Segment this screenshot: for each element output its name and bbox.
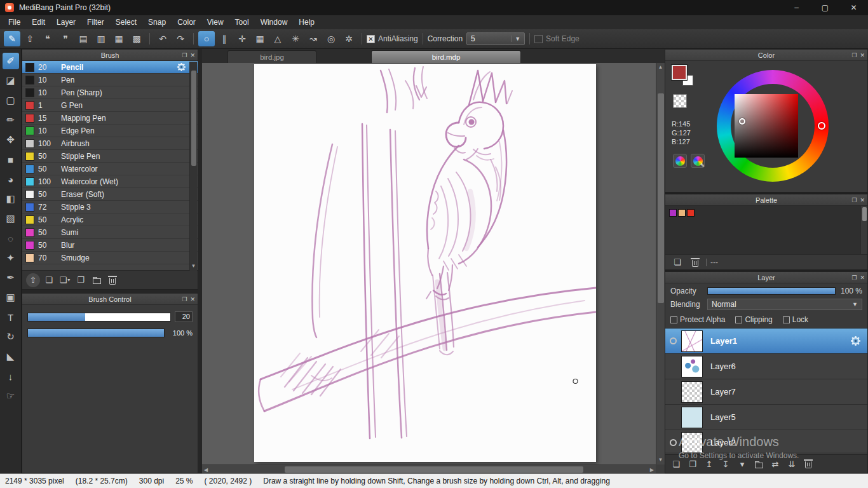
snap-off-button[interactable]: ○ — [198, 31, 215, 46]
snap-ellipse-button[interactable]: ◎ — [323, 31, 339, 46]
layer-opacity-slider[interactable] — [707, 287, 836, 295]
redo-button[interactable]: ↷ — [172, 31, 189, 46]
add-layer-button[interactable]: ❏ — [669, 457, 683, 471]
snap-parallel-button[interactable]: ∥ — [216, 31, 233, 46]
vertical-scrollbar[interactable]: ▲ ▼ — [656, 63, 665, 464]
merge-layer-button[interactable]: ⇊ — [785, 457, 799, 471]
tool-pen-button[interactable]: ✒ — [3, 269, 19, 286]
layer-settings-gear-icon[interactable] — [850, 336, 861, 346]
layer-row[interactable]: Layer1 — [665, 329, 867, 354]
transparent-color-swatch[interactable] — [673, 94, 687, 108]
tool-eyedropper-button[interactable]: ◣ — [3, 348, 19, 365]
canvas-tab[interactable]: bird.mdp — [371, 50, 521, 63]
brush-row[interactable]: 15 Mapping Pen — [22, 112, 198, 125]
layer-row[interactable]: Layer7 — [665, 379, 867, 405]
foreground-color-swatch[interactable] — [672, 65, 687, 80]
menu-edit[interactable]: Edit — [26, 15, 51, 29]
duplicate-layer-button[interactable]: ❐ — [686, 457, 700, 471]
palette-swatch[interactable] — [687, 209, 695, 217]
close-button[interactable]: ✕ — [839, 0, 868, 15]
tool-dot-button[interactable]: ✏ — [3, 112, 19, 128]
snap-radial-button[interactable]: ✳ — [287, 31, 304, 46]
layer-folder-button[interactable] — [752, 457, 766, 471]
brush-settings-gear-icon[interactable] — [177, 62, 186, 72]
saturation-value-box[interactable] — [735, 94, 798, 158]
scroll-up-icon[interactable]: ▲ — [658, 64, 663, 71]
brush-row[interactable]: 72 Stipple 3 — [22, 201, 198, 214]
menu-color[interactable]: Color — [172, 15, 201, 29]
popout-icon[interactable]: ❐ — [851, 197, 857, 203]
delete-brush-button[interactable] — [105, 273, 119, 287]
menu-window[interactable]: Window — [255, 15, 294, 29]
menu-filter[interactable]: Filter — [81, 15, 110, 29]
toolbar-comment-button[interactable]: ❝ — [39, 31, 56, 46]
snap-crisscross-button[interactable]: ✛ — [234, 31, 250, 46]
snap-grid-button[interactable]: ▦ — [252, 31, 268, 46]
correction-dropdown[interactable]: 5 ▼ — [466, 32, 525, 45]
menu-select[interactable]: Select — [110, 15, 142, 29]
brush-row[interactable]: 10 Edge Pen — [22, 125, 198, 137]
tool-lasso-button[interactable]: ◌ — [3, 230, 19, 247]
snap-settings-button[interactable]: ✲ — [341, 31, 357, 46]
scroll-right-icon[interactable]: ▶ — [650, 467, 654, 473]
popout-icon[interactable]: ❐ — [182, 296, 187, 302]
popout-icon[interactable]: ❐ — [851, 52, 857, 58]
brush-row[interactable]: 10 Pen (Sharp) — [22, 86, 198, 99]
blending-dropdown[interactable]: Normal ▼ — [707, 299, 862, 310]
tool-operation-button[interactable]: ↻ — [3, 329, 19, 345]
hue-marker[interactable] — [818, 122, 825, 130]
protect-alpha-checkbox[interactable]: Protect Alpha — [670, 315, 725, 324]
toolbar-pages-button[interactable]: ▤ — [75, 31, 92, 46]
brush-row[interactable]: 50 Watercolor — [22, 163, 198, 175]
duplicate-brush-button[interactable]: ❐ — [74, 273, 88, 287]
scrollbar-thumb[interactable] — [862, 207, 867, 221]
color-wheel-button[interactable] — [673, 154, 687, 168]
palette-swatch[interactable] — [678, 209, 686, 217]
menu-layer[interactable]: Layer — [51, 15, 81, 29]
menu-view[interactable]: View — [201, 15, 229, 29]
brush-row[interactable]: 50 Blur — [22, 239, 198, 252]
upload-brush-button[interactable]: ⇧ — [26, 273, 40, 287]
palette-scrollbar[interactable] — [860, 206, 867, 254]
brush-row[interactable]: 50 Eraser (Soft) — [22, 188, 198, 201]
menu-file[interactable]: File — [3, 15, 26, 29]
canvas-page[interactable] — [254, 64, 596, 462]
brush-row[interactable]: 1 G Pen — [22, 99, 198, 112]
tool-move-button[interactable]: ✥ — [3, 132, 19, 148]
lock-checkbox[interactable]: Lock — [783, 315, 808, 324]
scrollbar-thumb[interactable] — [285, 466, 583, 473]
brush-folder-button[interactable] — [90, 273, 104, 287]
menu-tool[interactable]: Tool — [229, 15, 255, 29]
tool-gradient-button[interactable]: ◧ — [3, 191, 19, 207]
toolbar-notes-button[interactable]: ▥ — [93, 31, 109, 46]
tool-hand-button[interactable]: ☞ — [3, 388, 19, 404]
layer-visibility-icon[interactable] — [670, 439, 677, 446]
canvas-viewport[interactable]: ▲ ▼ ◀ ▶ — [202, 63, 665, 473]
tool-magic-wand-button[interactable]: ✦ — [3, 250, 19, 266]
palette-swatch[interactable] — [669, 209, 677, 217]
menu-snap[interactable]: Snap — [142, 15, 172, 29]
move-layer-down-button[interactable]: ↧ — [719, 457, 733, 471]
scroll-down-icon[interactable]: ▼ — [191, 263, 196, 269]
clipping-checkbox[interactable]: Clipping — [735, 315, 772, 324]
toolbar-publish-button[interactable]: ⇧ — [22, 31, 38, 46]
layer-menu-button[interactable]: ▾ — [735, 457, 749, 471]
scroll-left-icon[interactable]: ◀ — [204, 467, 208, 473]
antialiasing-checkbox[interactable]: ✕ AntiAliasing — [367, 34, 418, 43]
close-icon[interactable]: ✕ — [190, 296, 195, 302]
soft-edge-checkbox[interactable]: Soft Edge — [534, 34, 580, 43]
tool-div-button[interactable]: ↓ — [3, 368, 19, 384]
toolbar-grid-button[interactable]: ▦ — [111, 31, 127, 46]
close-icon[interactable]: ✕ — [860, 52, 865, 58]
delete-color-button[interactable] — [688, 255, 702, 269]
close-icon[interactable]: ✕ — [860, 274, 865, 281]
tool-select-button[interactable]: ▧ — [3, 210, 19, 227]
horizontal-scrollbar[interactable]: ◀ ▶ — [202, 464, 656, 473]
brush-list-scrollbar[interactable]: ▼ — [189, 62, 197, 271]
tool-select-pen-button[interactable]: ▣ — [3, 289, 19, 306]
snap-curve-button[interactable]: ↝ — [305, 31, 322, 46]
scroll-down-icon[interactable]: ▼ — [658, 457, 663, 463]
layer-row[interactable]: Layer5 — [665, 405, 867, 430]
scrollbar-thumb[interactable] — [658, 93, 664, 303]
toolbar-materials-button[interactable]: ▩ — [128, 31, 145, 46]
